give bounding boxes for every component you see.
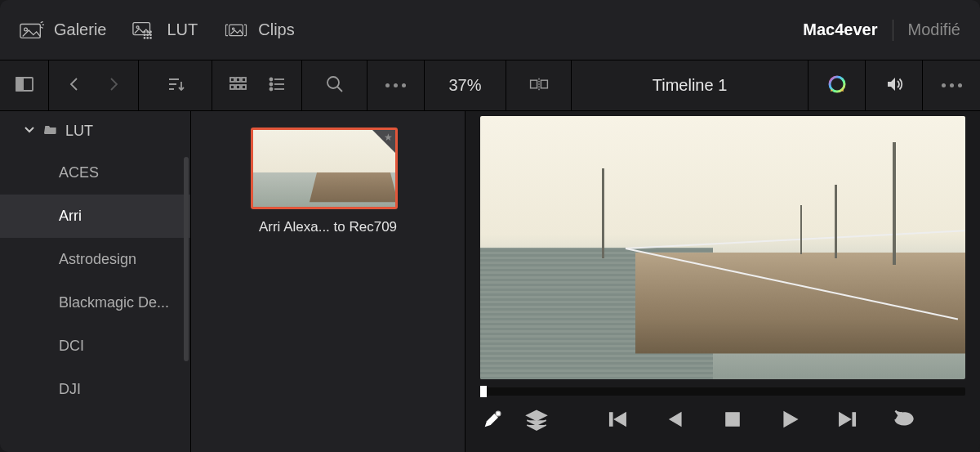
stop-button[interactable] bbox=[720, 409, 745, 433]
svg-point-33 bbox=[327, 77, 339, 88]
svg-point-27 bbox=[270, 78, 272, 80]
right-more-button[interactable] bbox=[939, 74, 964, 98]
svg-point-14 bbox=[233, 28, 235, 30]
folder-icon bbox=[44, 123, 57, 140]
nav-back-button[interactable] bbox=[62, 74, 87, 98]
favorite-star-icon[interactable]: ★ bbox=[384, 132, 393, 143]
lut-thumbnail-image: ★ bbox=[251, 128, 398, 209]
tree-root-lut[interactable]: LUT bbox=[0, 111, 190, 151]
svg-marker-40 bbox=[527, 411, 546, 421]
tab-clips-label: Clips bbox=[258, 20, 294, 39]
auto-color-button[interactable] bbox=[825, 74, 849, 98]
split-view-button[interactable] bbox=[527, 74, 551, 98]
svg-point-38 bbox=[830, 77, 844, 92]
svg-point-8 bbox=[147, 34, 149, 35]
color-picker-button[interactable] bbox=[480, 409, 505, 433]
svg-point-39 bbox=[496, 411, 501, 416]
clips-icon bbox=[224, 20, 248, 40]
viewer-canvas[interactable] bbox=[480, 116, 965, 379]
go-start-button[interactable] bbox=[606, 409, 630, 433]
tab-lut[interactable]: LUT bbox=[132, 20, 198, 40]
svg-marker-46 bbox=[840, 413, 851, 426]
grid-icon bbox=[228, 74, 247, 97]
lut-icon bbox=[132, 20, 157, 40]
loop-button[interactable] bbox=[892, 409, 916, 433]
zoom-level[interactable]: 37% bbox=[443, 76, 486, 95]
skip-end-icon bbox=[835, 408, 858, 434]
lut-sidebar: LUT ACESArriAstrodesignBlackmagic De...D… bbox=[0, 111, 191, 452]
nav-forward-button[interactable] bbox=[101, 74, 126, 98]
top-right: Mac4ever Modifié bbox=[803, 20, 960, 41]
panel-toggle-icon bbox=[15, 74, 34, 97]
main-area: LUT ACESArriAstrodesignBlackmagic De...D… bbox=[0, 111, 980, 452]
svg-point-11 bbox=[147, 37, 149, 38]
sidebar-item-blackmagic-de-[interactable]: Blackmagic De... bbox=[0, 281, 190, 324]
sidebar-item-dji[interactable]: DJI bbox=[0, 368, 190, 411]
lut-thumbnail-label: Arri Alexa... to Rec709 bbox=[251, 219, 406, 235]
sort-button[interactable] bbox=[163, 74, 189, 98]
svg-point-10 bbox=[145, 37, 146, 38]
svg-marker-45 bbox=[784, 412, 797, 427]
playhead[interactable] bbox=[480, 386, 487, 397]
sidebar-item-astrodesign[interactable]: Astrodesign bbox=[0, 238, 190, 281]
svg-rect-25 bbox=[236, 85, 240, 89]
search-button[interactable] bbox=[323, 74, 347, 98]
gallery-icon bbox=[20, 20, 44, 40]
svg-rect-47 bbox=[853, 413, 856, 426]
svg-marker-43 bbox=[670, 413, 681, 426]
svg-line-34 bbox=[337, 87, 342, 92]
svg-point-7 bbox=[145, 34, 146, 35]
svg-point-6 bbox=[150, 31, 152, 33]
timeline-scrubber[interactable] bbox=[480, 387, 965, 396]
more-icon bbox=[942, 83, 962, 87]
svg-point-31 bbox=[270, 87, 272, 90]
viewer-panel bbox=[466, 111, 980, 452]
left-more-button[interactable] bbox=[384, 74, 408, 98]
sidebar-scrollbar[interactable] bbox=[184, 157, 189, 361]
split-view-icon bbox=[529, 74, 549, 97]
sidebar-item-dci[interactable]: DCI bbox=[0, 324, 190, 368]
sidebar-item-arri[interactable]: Arri bbox=[0, 195, 190, 238]
tab-gallery[interactable]: Galerie bbox=[20, 20, 106, 40]
panel-toggle-button[interactable] bbox=[12, 74, 37, 98]
play-icon bbox=[778, 408, 801, 434]
svg-rect-17 bbox=[16, 78, 23, 91]
sort-icon bbox=[166, 74, 185, 97]
svg-point-9 bbox=[150, 34, 152, 35]
view-grid-button[interactable] bbox=[225, 74, 250, 98]
svg-point-12 bbox=[150, 37, 152, 38]
step-back-button[interactable] bbox=[663, 409, 688, 433]
play-button[interactable] bbox=[777, 409, 802, 433]
list-icon bbox=[267, 74, 287, 97]
skip-start-icon bbox=[607, 408, 630, 434]
tree-root-label: LUT bbox=[65, 123, 93, 140]
svg-point-3 bbox=[137, 25, 140, 28]
audio-button[interactable] bbox=[882, 74, 906, 98]
lut-thumbnail[interactable]: ★ Arri Alexa... to Rec709 bbox=[251, 128, 406, 235]
tab-clips[interactable]: Clips bbox=[224, 20, 294, 40]
search-icon bbox=[325, 74, 345, 97]
sidebar-item-aces[interactable]: ACES bbox=[0, 151, 190, 195]
view-list-button[interactable] bbox=[265, 74, 289, 98]
timeline-name[interactable]: Timeline 1 bbox=[583, 76, 796, 95]
svg-rect-24 bbox=[230, 85, 234, 89]
secondary-toolbar: 37% Timeline 1 bbox=[0, 60, 980, 111]
svg-point-29 bbox=[270, 83, 272, 85]
more-icon bbox=[385, 83, 406, 87]
layers-icon bbox=[525, 408, 548, 434]
svg-point-4 bbox=[145, 31, 146, 33]
svg-rect-23 bbox=[242, 78, 246, 82]
chevron-right-icon bbox=[104, 74, 123, 97]
eyedropper-icon bbox=[481, 408, 504, 434]
stop-icon bbox=[721, 408, 744, 434]
step-back-icon bbox=[664, 408, 687, 434]
chevron-down-icon bbox=[23, 123, 36, 140]
lut-grid: ★ Arri Alexa... to Rec709 bbox=[191, 111, 466, 452]
svg-rect-26 bbox=[242, 85, 246, 89]
top-tabs: Galerie LUT Clips bbox=[20, 20, 295, 40]
transport-bar bbox=[480, 409, 965, 433]
tab-lut-label: LUT bbox=[167, 20, 198, 39]
go-end-button[interactable] bbox=[835, 409, 859, 433]
project-separator bbox=[893, 20, 893, 41]
layers-button[interactable] bbox=[524, 409, 549, 433]
